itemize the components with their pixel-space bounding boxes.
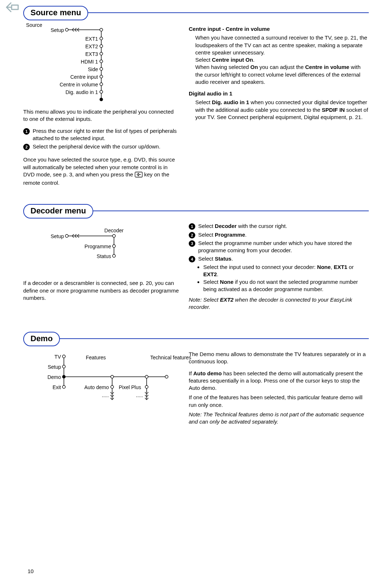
demo-p1: The Demo menu allows to demonstrate the … [189, 351, 369, 366]
demo-menu-diagram: TV Setup Demo Exit Features Auto demo ..… [23, 349, 179, 415]
svg-point-19 [113, 254, 115, 257]
decoder-intro: If a decoder or a descrambler is connect… [23, 279, 179, 302]
svg-point-32 [165, 375, 168, 378]
section-title: Decoder menu [23, 204, 93, 219]
digital-audio-heading: Digital audio in 1 [189, 90, 369, 97]
centre-input-body: When you have connected a surround recei… [195, 34, 369, 86]
manual-page: Source menu [0, 0, 392, 588]
decoder-step-4: 4 Select Status. Select the input used t… [189, 255, 369, 294]
svg-point-2 [65, 28, 68, 31]
svg-point-21 [62, 355, 65, 358]
svg-point-18 [113, 245, 115, 248]
section-header-decoder: Decoder menu [23, 204, 369, 219]
svg-point-10 [100, 83, 103, 86]
decoder-note: Note: Select EXT2 when the decoder is co… [189, 296, 369, 311]
svg-point-3 [100, 28, 103, 31]
source-intro: This menu allows you to indicate the per… [23, 108, 179, 123]
centre-input-heading: Centre input - Centre in volume [189, 25, 369, 33]
digital-audio-body: Select Dig. audio in 1 when you connecte… [195, 99, 369, 121]
svg-point-17 [113, 234, 115, 237]
svg-point-9 [100, 75, 103, 78]
svg-point-16 [65, 234, 68, 237]
svg-point-30 [145, 375, 148, 378]
page-number: 10 [28, 568, 34, 575]
svg-point-28 [111, 385, 114, 388]
svg-point-11 [100, 90, 103, 93]
section-title: Demo [23, 332, 60, 346]
svg-point-27 [111, 375, 114, 378]
svg-point-12 [100, 98, 103, 101]
svg-point-4 [100, 37, 103, 40]
back-arrow-icon [6, 2, 19, 14]
svg-point-5 [100, 45, 103, 48]
svg-point-24 [62, 385, 65, 388]
svg-point-22 [62, 365, 65, 368]
section-header-demo: Demo [23, 332, 369, 347]
decoder-step-1: 1 Select Decoder with the cursor right. [189, 222, 369, 230]
svg-point-8 [100, 68, 103, 70]
svg-point-31 [145, 385, 148, 388]
section-title: Source menu [23, 6, 88, 20]
source-step-2: 2 Select the peripheral device with the … [23, 143, 179, 150]
source-key-icon [135, 172, 143, 179]
demo-note: Note: The Technical features demo is not… [189, 411, 369, 426]
demo-p3: If one of the features has been selected… [189, 394, 369, 409]
source-menu-diagram: Setup Source EXT1 EXT2 EXT3 HDMI 1 Side … [23, 23, 179, 107]
demo-p2: If Auto demo has been selected the demo … [189, 370, 369, 392]
source-after: Once you have selected the source type, … [23, 156, 179, 187]
source-step-1: 1 Press the cursor right to enter the li… [23, 127, 179, 142]
svg-point-7 [100, 60, 103, 63]
decoder-menu-diagram: Setup Decoder Programme Status [23, 221, 179, 269]
section-header-source: Source menu [23, 6, 369, 21]
decoder-step-3: 3 Select the programme number under whic… [189, 240, 369, 254]
svg-point-6 [100, 52, 103, 55]
decoder-step-2: 2 Select Programme. [189, 231, 369, 238]
